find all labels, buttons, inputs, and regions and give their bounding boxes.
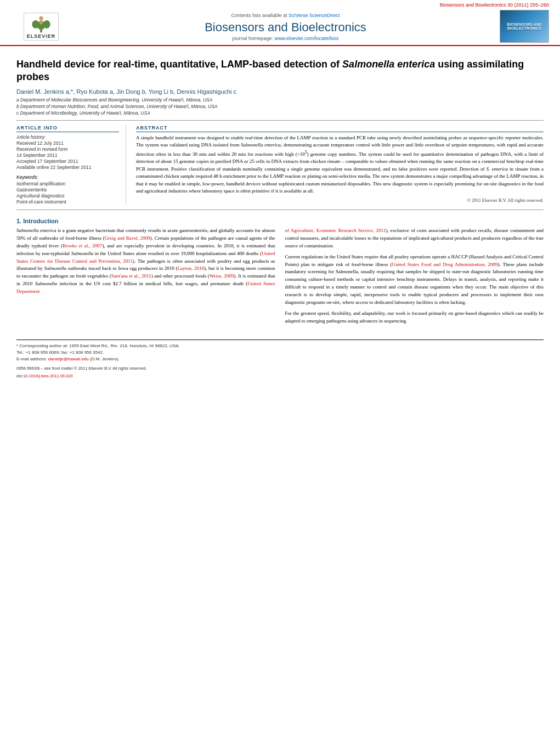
intro-heading: 1. Introduction [16, 218, 544, 224]
keyword-1: Isothermal amplification [16, 181, 119, 186]
journal-header: ELSEVIER Contents lists available at Sci… [0, 8, 560, 46]
divider-1 [16, 120, 544, 121]
footnote-2: Tel.: +1 808 956 6069; fax: +1 808 956 3… [16, 349, 544, 356]
svg-point-2 [32, 20, 39, 29]
article-title: Handheld device for real-time, quantitat… [16, 58, 544, 84]
available-date: Available online 22 September 2011 [16, 165, 119, 170]
footnote-3: E-mail address: danielje@hawaii.edu E-ma… [16, 356, 544, 363]
ref-greig[interactable]: Greig and Ravel, 2009 [105, 235, 150, 241]
issue-badge: Biosensors and Bioelectronics 30 (2011) … [440, 2, 549, 8]
elsevier-logo: ELSEVIER [11, 12, 71, 42]
elsevier-tree-svg [27, 14, 55, 33]
intro-text-left: Salmonella enterica is a gram negative b… [16, 227, 275, 296]
affiliation-c: c Department of Microbiology, University… [16, 110, 544, 116]
intro-col-right: of Agriculture, Economic Research Servic… [285, 227, 544, 329]
keyword-2: Gastroenteritis [16, 187, 119, 193]
ref-cdc[interactable]: United States Centers for Disease Contro… [16, 251, 275, 264]
revised-date: 14 September 2011 [16, 152, 119, 158]
abstract-col: ABSTRACT A simple handheld instrument wa… [136, 125, 544, 205]
journal-homepage: journal homepage: www.elsevier.com/locat… [71, 36, 500, 41]
article-info-heading: ARTICLE INFO [16, 125, 119, 132]
keyword-4: Point-of-care instrument [16, 199, 119, 205]
svg-point-4 [39, 16, 43, 20]
page-wrapper: Biosensors and Bioelectronics 30 (2011) … [0, 0, 560, 741]
intro-text-right: of Agriculture, Economic Research Servic… [285, 227, 544, 325]
elsevier-label: ELSEVIER [27, 33, 56, 39]
footer-area: * Corresponding author at: 1955 East Wes… [16, 340, 544, 378]
history-label: Article history: [16, 134, 119, 140]
journal-title-center: Contents lists available at SciVerse Sci… [71, 12, 500, 41]
keyword-3: Agricultural diagnostics [16, 193, 119, 199]
ref-santana[interactable]: Sant'ana et al., 2011 [111, 273, 151, 279]
abstract-text: A simple handheld instrument was designe… [136, 134, 544, 195]
journal-header-bar: Biosensors and Bioelectronics 30 (2011) … [0, 0, 560, 46]
article-info-abstract-row: ARTICLE INFO Article history: Received 1… [16, 125, 544, 205]
article-info-col: ARTICLE INFO Article history: Received 1… [16, 125, 126, 205]
article-content: Handheld device for real-time, quantitat… [0, 46, 560, 384]
email-link[interactable]: danielje@hawaii.edu [48, 357, 89, 361]
authors-line: Daniel M. Jenkins a,*, Ryo Kubota a, Jin… [16, 88, 544, 95]
intro-col-left: Salmonella enterica is a gram negative b… [16, 227, 275, 329]
intro-two-col: Salmonella enterica is a gram negative b… [16, 227, 544, 329]
homepage-link[interactable]: www.elsevier.com/locate/bios [275, 36, 339, 41]
copyright-line: © 2011 Elsevier B.V. All rights reserved… [136, 197, 544, 203]
ref-brooks[interactable]: Brooks et al., 2007 [63, 243, 102, 248]
received-revised-label: Received in revised form [16, 146, 119, 152]
intro-section: 1. Introduction Salmonella enterica is a… [16, 218, 544, 329]
abstract-heading: ABSTRACT [136, 125, 544, 132]
logo-right-text: BIOSENSORS AND BIOELECTRONICS [502, 22, 546, 30]
ref-fda[interactable]: United States Food and Drug Administrati… [392, 262, 497, 267]
svg-rect-5 [39, 20, 43, 24]
divider-2 [16, 210, 544, 210]
sciverse-link: SciVerse ScienceDirect [289, 13, 340, 18]
footnote-1: * Corresponding author at: 1955 East Wes… [16, 343, 544, 349]
license-line-1: 0956-5663/$ – see front matter © 2011 El… [16, 366, 544, 371]
keywords-label: Keywords: [16, 174, 119, 180]
license-line-2: doi:10.1016/j.bios.2011.09.020 [16, 374, 544, 378]
affiliation-a: a Department of Molecular Biosciences an… [16, 97, 544, 103]
svg-point-3 [43, 20, 50, 29]
ref-layton[interactable]: Layton, 2010 [178, 265, 204, 271]
received-date: Received 12 July 2011 [16, 140, 119, 146]
accepted-date: Accepted 17 September 2011 [16, 159, 119, 164]
journal-main-title: Biosensors and Bioelectronics [71, 20, 500, 35]
doi-link[interactable]: 10.1016/j.bios.2011.09.020 [23, 374, 73, 378]
ref-weise[interactable]: Weise, 2009 [210, 273, 234, 279]
affiliations: a Department of Molecular Biosciences an… [16, 97, 544, 116]
journal-logo-right: BIOSENSORS AND BIOELECTRONICS [500, 10, 549, 43]
ref-usda2[interactable]: of Agriculture, Economic Research Servic… [285, 228, 386, 233]
affiliation-b: b Department of Human Nutrition, Food, a… [16, 104, 544, 109]
sciverse-line: Contents lists available at SciVerse Sci… [71, 12, 500, 18]
